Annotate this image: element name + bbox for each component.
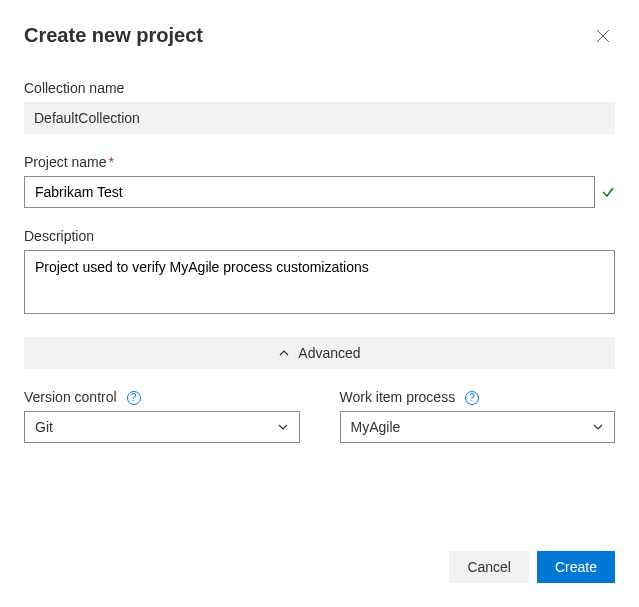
description-label: Description — [24, 228, 615, 244]
collection-label: Collection name — [24, 80, 615, 96]
description-input[interactable] — [24, 250, 615, 314]
chevron-down-icon — [592, 421, 604, 433]
create-button[interactable]: Create — [537, 551, 615, 583]
help-icon[interactable]: ? — [465, 391, 479, 405]
help-icon[interactable]: ? — [127, 391, 141, 405]
dialog-footer: Cancel Create — [449, 551, 615, 583]
project-name-field: Project name* — [24, 154, 615, 208]
collection-field: Collection name DefaultCollection — [24, 80, 615, 134]
close-button[interactable] — [591, 24, 615, 48]
project-name-label: Project name* — [24, 154, 615, 170]
chevron-up-icon — [278, 347, 290, 359]
cancel-button[interactable]: Cancel — [449, 551, 529, 583]
dialog-header: Create new project — [24, 24, 615, 48]
project-name-input[interactable] — [24, 176, 595, 208]
version-control-label: Version control ? — [24, 389, 300, 405]
close-icon — [596, 29, 610, 43]
work-item-process-value: MyAgile — [351, 419, 401, 435]
check-icon — [601, 185, 615, 199]
advanced-section: Version control ? Git Work item process … — [24, 389, 615, 443]
work-item-process-select[interactable]: MyAgile — [340, 411, 616, 443]
description-field: Description — [24, 228, 615, 317]
work-item-process-field: Work item process ? MyAgile — [340, 389, 616, 443]
advanced-label: Advanced — [298, 345, 360, 361]
create-project-dialog: Create new project Collection name Defau… — [0, 0, 639, 607]
advanced-toggle[interactable]: Advanced — [24, 337, 615, 369]
dialog-title: Create new project — [24, 24, 203, 47]
work-item-process-label: Work item process ? — [340, 389, 616, 405]
version-control-value: Git — [35, 419, 53, 435]
collection-value: DefaultCollection — [24, 102, 615, 134]
version-control-select[interactable]: Git — [24, 411, 300, 443]
required-asterisk: * — [108, 154, 113, 170]
version-control-field: Version control ? Git — [24, 389, 300, 443]
chevron-down-icon — [277, 421, 289, 433]
